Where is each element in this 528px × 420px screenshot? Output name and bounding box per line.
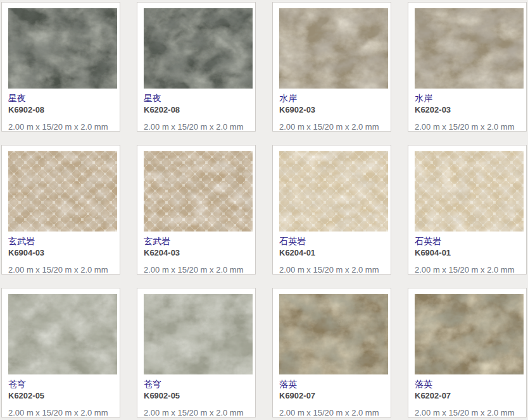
product-code: K6902-05 [144, 391, 255, 400]
product-code: K6902-07 [279, 391, 391, 400]
product-card: 玄武岩 K6204-03 2.00 m x 15/20 m x 2.0 mm [137, 145, 256, 275]
product-name-link[interactable]: 星夜 [144, 93, 255, 103]
product-size: 2.00 m x 15/20 m x 2.0 mm [279, 265, 391, 275]
product-card: 苍穹 K6202-05 2.00 m x 15/20 m x 2.0 mm [1, 288, 120, 417]
product-grid: 星夜 K6902-08 2.00 m x 15/20 m x 2.0 mm 星夜… [0, 0, 528, 417]
product-card: 苍穹 K6902-05 2.00 m x 15/20 m x 2.0 mm [137, 288, 256, 417]
product-code: K6202-08 [144, 105, 255, 114]
product-card: 落英 K6202-07 2.00 m x 15/20 m x 2.0 mm [408, 288, 527, 417]
product-card: 石英岩 K6904-01 2.00 m x 15/20 m x 2.0 mm [408, 145, 527, 275]
product-code: K6904-03 [8, 248, 120, 257]
product-code: K6902-03 [279, 105, 391, 114]
product-size: 2.00 m x 15/20 m x 2.0 mm [279, 408, 391, 417]
product-code: K6202-07 [415, 391, 526, 400]
product-card: 石英岩 K6204-01 2.00 m x 15/20 m x 2.0 mm [272, 145, 391, 275]
product-size: 2.00 m x 15/20 m x 2.0 mm [144, 265, 255, 275]
product-name-link[interactable]: 落英 [279, 379, 391, 389]
product-name-link[interactable]: 玄武岩 [8, 236, 120, 246]
product-size: 2.00 m x 15/20 m x 2.0 mm [415, 265, 526, 275]
product-code: K6202-05 [8, 391, 120, 400]
product-size: 2.00 m x 15/20 m x 2.0 mm [415, 408, 526, 417]
product-texture-image[interactable] [415, 8, 524, 89]
product-size: 2.00 m x 15/20 m x 2.0 mm [8, 265, 120, 275]
product-name-link[interactable]: 苍穹 [8, 379, 120, 389]
product-size: 2.00 m x 15/20 m x 2.0 mm [144, 122, 255, 132]
product-name-link[interactable]: 水岸 [415, 93, 526, 103]
product-texture-image[interactable] [415, 151, 524, 232]
product-card: 星夜 K6202-08 2.00 m x 15/20 m x 2.0 mm [137, 2, 256, 132]
product-name-link[interactable]: 石英岩 [279, 236, 391, 246]
product-card: 玄武岩 K6904-03 2.00 m x 15/20 m x 2.0 mm [1, 145, 120, 275]
product-texture-image[interactable] [144, 151, 253, 232]
product-card: 星夜 K6902-08 2.00 m x 15/20 m x 2.0 mm [1, 2, 120, 132]
product-texture-image[interactable] [8, 151, 117, 232]
product-code: K6204-03 [144, 248, 255, 257]
product-texture-image[interactable] [415, 294, 524, 374]
product-size: 2.00 m x 15/20 m x 2.0 mm [144, 408, 255, 417]
product-code: K6204-01 [279, 248, 391, 257]
product-texture-image[interactable] [279, 151, 388, 232]
product-texture-image[interactable] [279, 294, 388, 374]
product-code: K6902-08 [8, 105, 120, 114]
product-card: 落英 K6902-07 2.00 m x 15/20 m x 2.0 mm [272, 288, 391, 417]
product-name-link[interactable]: 星夜 [8, 93, 120, 103]
product-texture-image[interactable] [8, 8, 117, 89]
product-size: 2.00 m x 15/20 m x 2.0 mm [415, 122, 526, 132]
product-name-link[interactable]: 石英岩 [415, 236, 526, 246]
product-texture-image[interactable] [144, 8, 253, 89]
product-name-link[interactable]: 玄武岩 [144, 236, 255, 246]
product-size: 2.00 m x 15/20 m x 2.0 mm [8, 408, 120, 417]
product-size: 2.00 m x 15/20 m x 2.0 mm [279, 122, 391, 132]
product-name-link[interactable]: 苍穹 [144, 379, 255, 389]
product-name-link[interactable]: 落英 [415, 379, 526, 389]
product-size: 2.00 m x 15/20 m x 2.0 mm [8, 122, 120, 132]
product-code: K6904-01 [415, 248, 526, 257]
product-texture-image[interactable] [144, 294, 253, 374]
product-card: 水岸 K6902-03 2.00 m x 15/20 m x 2.0 mm [272, 2, 391, 132]
product-texture-image[interactable] [8, 294, 117, 374]
product-code: K6202-03 [415, 105, 526, 114]
product-texture-image[interactable] [279, 8, 388, 89]
product-card: 水岸 K6202-03 2.00 m x 15/20 m x 2.0 mm [408, 2, 527, 132]
product-name-link[interactable]: 水岸 [279, 93, 391, 103]
